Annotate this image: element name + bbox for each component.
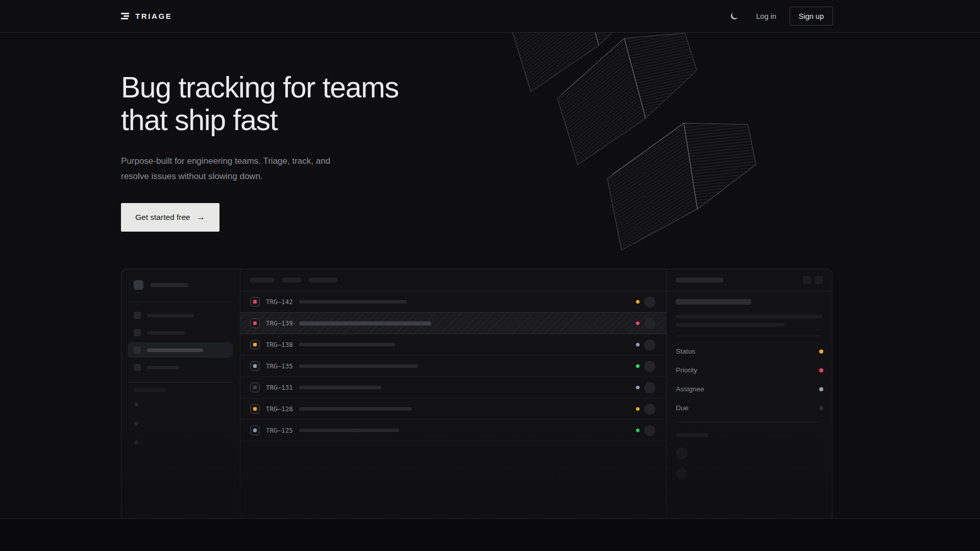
detail-field-row[interactable]: Priority (676, 361, 823, 380)
issue-id: TRG–131 (266, 384, 299, 391)
detail-field-dot (819, 368, 823, 372)
issue-id: TRG–139 (266, 319, 299, 327)
login-link[interactable]: Log in (756, 12, 776, 20)
issue-title-skeleton (299, 386, 381, 389)
issue-list-header (240, 269, 666, 291)
comment-avatar-placeholder (676, 468, 688, 480)
issue-checkbox-icon[interactable] (250, 383, 260, 392)
issue-status-dot (636, 429, 640, 432)
detail-divider (676, 336, 821, 336)
issue-id: TRG–142 (266, 298, 299, 306)
nav-item-skeleton (147, 366, 180, 369)
sidebar-divider (128, 382, 234, 383)
issue-title-skeleton (299, 343, 395, 346)
detail-field-label: Priority (676, 366, 697, 374)
filter-tab-skeleton[interactable] (282, 278, 301, 283)
issue-checkbox-icon[interactable] (250, 340, 260, 349)
detail-field-label: Due (676, 404, 689, 412)
issue-id: TRG–125 (266, 427, 299, 434)
arrow-right-icon: → (197, 212, 205, 222)
issue-assignee-avatar (644, 339, 655, 350)
issue-title-skeleton (299, 321, 431, 325)
mockup-sidebar (121, 269, 240, 518)
brand[interactable]: TRIAGE (121, 12, 172, 20)
mockup-sidebar-logo-row (134, 280, 188, 290)
issue-rows: TRG–142TRG–139TRG–138TRG–135TRG–131TRG–1… (240, 291, 666, 441)
issue-assignee-avatar (644, 318, 655, 329)
hero-heading-line2: that ship fast (121, 104, 277, 136)
nav-item-skeleton (147, 314, 194, 317)
get-started-label: Get started free (135, 213, 190, 222)
issue-checkbox-fill (253, 386, 257, 389)
mockup-detail-panel: StatusPriorityAssigneeDue (666, 269, 832, 518)
mockup-issue-list-panel: TRG–142TRG–139TRG–138TRG–135TRG–131TRG–1… (240, 269, 666, 518)
issue-row[interactable]: TRG–125 (240, 420, 666, 441)
issue-status-dot (636, 364, 640, 368)
hero-subtext: Purpose-built for engineering teams. Tri… (121, 154, 330, 184)
filter-tab-skeleton[interactable] (308, 278, 337, 283)
issue-row[interactable]: TRG–139 (240, 312, 666, 334)
sidebar-list-dot (134, 403, 138, 407)
issue-assignee-avatar (644, 296, 655, 308)
detail-field-row[interactable]: Due (676, 398, 823, 417)
issue-status-dot (636, 386, 640, 389)
mockup-nav-item-active[interactable] (128, 342, 233, 358)
detail-field-row[interactable]: Status (676, 342, 823, 361)
detail-field-dot (819, 387, 823, 391)
issue-row[interactable]: TRG–135 (240, 356, 666, 377)
detail-action-button[interactable] (815, 276, 823, 284)
issue-checkbox-icon[interactable] (250, 425, 260, 435)
issue-checkbox-fill (253, 407, 257, 411)
nav-actions: Log in Sign up (725, 7, 833, 26)
issue-row[interactable]: TRG–138 (240, 334, 666, 356)
signup-button[interactable]: Sign up (790, 7, 833, 26)
comments-label-skeleton (676, 433, 708, 437)
wireframe-graphic (480, 33, 919, 255)
issue-status-dot (636, 300, 640, 304)
issue-assignee-avatar (644, 382, 655, 393)
hero-heading: Bug tracking for teams that ship fast (121, 71, 399, 136)
detail-fields: StatusPriorityAssigneeDue (676, 342, 823, 417)
mockup-nav-item[interactable] (128, 325, 233, 340)
nav-item-icon-placeholder (134, 329, 141, 336)
nav-item-skeleton (147, 348, 203, 352)
issue-id: TRG–135 (266, 362, 299, 370)
top-nav: TRIAGE Log in Sign up (121, 0, 833, 32)
issue-checkbox-icon[interactable] (250, 318, 260, 328)
issue-id: TRG–138 (266, 341, 299, 348)
sidebar-section-skeleton (134, 388, 166, 392)
detail-field-dot (819, 406, 823, 410)
detail-field-row[interactable]: Assignee (676, 380, 823, 398)
hero-subtext-line2: resolve issues without slowing down. (121, 171, 263, 181)
issue-assignee-avatar (644, 425, 655, 436)
detail-action-button[interactable] (803, 276, 811, 284)
issue-row[interactable]: TRG–128 (240, 398, 666, 420)
issue-assignee-avatar (644, 404, 655, 415)
issue-row[interactable]: TRG–142 (240, 291, 666, 313)
mockup-nav-item[interactable] (128, 308, 233, 323)
issue-checkbox-icon[interactable] (250, 297, 260, 307)
issue-checkbox-icon[interactable] (250, 361, 260, 371)
detail-field-label: Assignee (676, 385, 704, 393)
issue-title-skeleton (299, 300, 407, 304)
issue-title-skeleton (676, 299, 751, 305)
theme-toggle-button[interactable] (725, 8, 743, 25)
moon-icon (729, 11, 739, 21)
hero-subtext-line1: Purpose-built for engineering teams. Tri… (121, 156, 330, 166)
issue-status-dot (636, 407, 640, 411)
hero-heading-line1: Bug tracking for teams (121, 71, 399, 104)
detail-field-label: Status (676, 347, 695, 355)
detail-header-buttons (803, 276, 823, 284)
mockup-workspace-skeleton (151, 283, 188, 287)
get-started-button[interactable]: Get started free → (121, 203, 219, 232)
filter-tab-skeleton[interactable] (250, 278, 275, 283)
issue-status-dot (636, 343, 640, 346)
triage-logo-icon (121, 13, 130, 19)
issue-description-skeleton (676, 323, 785, 327)
nav-item-icon-placeholder (134, 364, 141, 371)
issue-row[interactable]: TRG–131 (240, 377, 666, 398)
issue-assignee-avatar (644, 361, 655, 372)
mockup-nav-item[interactable] (128, 360, 233, 375)
app-mockup-card: TRG–142TRG–139TRG–138TRG–135TRG–131TRG–1… (121, 269, 832, 518)
issue-checkbox-icon[interactable] (250, 404, 260, 414)
